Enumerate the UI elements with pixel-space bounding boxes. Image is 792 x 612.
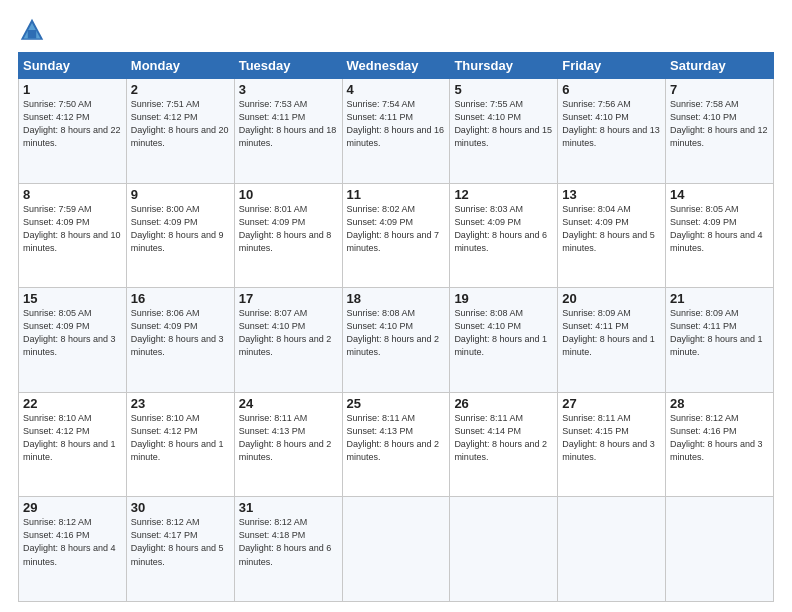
weekday-header-tuesday: Tuesday: [234, 53, 342, 79]
day-number: 18: [347, 291, 446, 306]
empty-cell: [666, 497, 774, 602]
day-number: 10: [239, 187, 338, 202]
day-cell: 18Sunrise: 8:08 AMSunset: 4:10 PMDayligh…: [342, 288, 450, 393]
empty-cell: [450, 497, 558, 602]
calendar-week-row: 1Sunrise: 7:50 AMSunset: 4:12 PMDaylight…: [19, 79, 774, 184]
day-cell: 30Sunrise: 8:12 AMSunset: 4:17 PMDayligh…: [126, 497, 234, 602]
day-number: 30: [131, 500, 230, 515]
day-number: 20: [562, 291, 661, 306]
day-cell: 23Sunrise: 8:10 AMSunset: 4:12 PMDayligh…: [126, 392, 234, 497]
day-info: Sunrise: 8:04 AMSunset: 4:09 PMDaylight:…: [562, 203, 661, 255]
day-info: Sunrise: 7:56 AMSunset: 4:10 PMDaylight:…: [562, 98, 661, 150]
header: [18, 16, 774, 44]
day-number: 7: [670, 82, 769, 97]
day-cell: 15Sunrise: 8:05 AMSunset: 4:09 PMDayligh…: [19, 288, 127, 393]
day-info: Sunrise: 8:12 AMSunset: 4:17 PMDaylight:…: [131, 516, 230, 568]
day-cell: 14Sunrise: 8:05 AMSunset: 4:09 PMDayligh…: [666, 183, 774, 288]
day-cell: 22Sunrise: 8:10 AMSunset: 4:12 PMDayligh…: [19, 392, 127, 497]
day-info: Sunrise: 8:05 AMSunset: 4:09 PMDaylight:…: [670, 203, 769, 255]
day-info: Sunrise: 8:10 AMSunset: 4:12 PMDaylight:…: [131, 412, 230, 464]
calendar-table: SundayMondayTuesdayWednesdayThursdayFrid…: [18, 52, 774, 602]
day-info: Sunrise: 8:08 AMSunset: 4:10 PMDaylight:…: [454, 307, 553, 359]
day-number: 6: [562, 82, 661, 97]
day-info: Sunrise: 8:05 AMSunset: 4:09 PMDaylight:…: [23, 307, 122, 359]
day-number: 31: [239, 500, 338, 515]
day-info: Sunrise: 7:59 AMSunset: 4:09 PMDaylight:…: [23, 203, 122, 255]
weekday-header-sunday: Sunday: [19, 53, 127, 79]
day-number: 8: [23, 187, 122, 202]
day-number: 28: [670, 396, 769, 411]
empty-cell: [342, 497, 450, 602]
day-cell: 28Sunrise: 8:12 AMSunset: 4:16 PMDayligh…: [666, 392, 774, 497]
day-cell: 16Sunrise: 8:06 AMSunset: 4:09 PMDayligh…: [126, 288, 234, 393]
day-cell: 31Sunrise: 8:12 AMSunset: 4:18 PMDayligh…: [234, 497, 342, 602]
day-number: 4: [347, 82, 446, 97]
day-cell: 11Sunrise: 8:02 AMSunset: 4:09 PMDayligh…: [342, 183, 450, 288]
day-number: 17: [239, 291, 338, 306]
day-number: 15: [23, 291, 122, 306]
weekday-header-friday: Friday: [558, 53, 666, 79]
day-info: Sunrise: 8:09 AMSunset: 4:11 PMDaylight:…: [562, 307, 661, 359]
day-cell: 10Sunrise: 8:01 AMSunset: 4:09 PMDayligh…: [234, 183, 342, 288]
day-cell: 7Sunrise: 7:58 AMSunset: 4:10 PMDaylight…: [666, 79, 774, 184]
page: SundayMondayTuesdayWednesdayThursdayFrid…: [0, 0, 792, 612]
day-info: Sunrise: 8:12 AMSunset: 4:16 PMDaylight:…: [670, 412, 769, 464]
day-info: Sunrise: 7:50 AMSunset: 4:12 PMDaylight:…: [23, 98, 122, 150]
day-number: 22: [23, 396, 122, 411]
day-info: Sunrise: 7:55 AMSunset: 4:10 PMDaylight:…: [454, 98, 553, 150]
day-info: Sunrise: 8:12 AMSunset: 4:16 PMDaylight:…: [23, 516, 122, 568]
day-info: Sunrise: 8:11 AMSunset: 4:13 PMDaylight:…: [347, 412, 446, 464]
day-info: Sunrise: 8:01 AMSunset: 4:09 PMDaylight:…: [239, 203, 338, 255]
day-cell: 26Sunrise: 8:11 AMSunset: 4:14 PMDayligh…: [450, 392, 558, 497]
day-info: Sunrise: 7:53 AMSunset: 4:11 PMDaylight:…: [239, 98, 338, 150]
day-cell: 13Sunrise: 8:04 AMSunset: 4:09 PMDayligh…: [558, 183, 666, 288]
day-info: Sunrise: 8:00 AMSunset: 4:09 PMDaylight:…: [131, 203, 230, 255]
empty-cell: [558, 497, 666, 602]
svg-rect-2: [28, 30, 36, 38]
day-cell: 12Sunrise: 8:03 AMSunset: 4:09 PMDayligh…: [450, 183, 558, 288]
weekday-header-monday: Monday: [126, 53, 234, 79]
day-cell: 21Sunrise: 8:09 AMSunset: 4:11 PMDayligh…: [666, 288, 774, 393]
day-number: 26: [454, 396, 553, 411]
day-info: Sunrise: 7:58 AMSunset: 4:10 PMDaylight:…: [670, 98, 769, 150]
day-number: 5: [454, 82, 553, 97]
day-cell: 3Sunrise: 7:53 AMSunset: 4:11 PMDaylight…: [234, 79, 342, 184]
day-cell: 27Sunrise: 8:11 AMSunset: 4:15 PMDayligh…: [558, 392, 666, 497]
weekday-header-saturday: Saturday: [666, 53, 774, 79]
day-info: Sunrise: 8:11 AMSunset: 4:13 PMDaylight:…: [239, 412, 338, 464]
day-cell: 9Sunrise: 8:00 AMSunset: 4:09 PMDaylight…: [126, 183, 234, 288]
day-info: Sunrise: 8:02 AMSunset: 4:09 PMDaylight:…: [347, 203, 446, 255]
day-number: 14: [670, 187, 769, 202]
day-number: 16: [131, 291, 230, 306]
day-number: 1: [23, 82, 122, 97]
day-info: Sunrise: 8:12 AMSunset: 4:18 PMDaylight:…: [239, 516, 338, 568]
calendar-week-row: 22Sunrise: 8:10 AMSunset: 4:12 PMDayligh…: [19, 392, 774, 497]
day-info: Sunrise: 8:07 AMSunset: 4:10 PMDaylight:…: [239, 307, 338, 359]
day-info: Sunrise: 8:08 AMSunset: 4:10 PMDaylight:…: [347, 307, 446, 359]
day-number: 12: [454, 187, 553, 202]
day-cell: 29Sunrise: 8:12 AMSunset: 4:16 PMDayligh…: [19, 497, 127, 602]
day-number: 2: [131, 82, 230, 97]
day-cell: 5Sunrise: 7:55 AMSunset: 4:10 PMDaylight…: [450, 79, 558, 184]
day-number: 25: [347, 396, 446, 411]
day-cell: 8Sunrise: 7:59 AMSunset: 4:09 PMDaylight…: [19, 183, 127, 288]
weekday-header-thursday: Thursday: [450, 53, 558, 79]
day-info: Sunrise: 8:11 AMSunset: 4:15 PMDaylight:…: [562, 412, 661, 464]
day-cell: 6Sunrise: 7:56 AMSunset: 4:10 PMDaylight…: [558, 79, 666, 184]
day-info: Sunrise: 8:10 AMSunset: 4:12 PMDaylight:…: [23, 412, 122, 464]
logo-icon: [18, 16, 46, 44]
calendar-week-row: 29Sunrise: 8:12 AMSunset: 4:16 PMDayligh…: [19, 497, 774, 602]
day-cell: 25Sunrise: 8:11 AMSunset: 4:13 PMDayligh…: [342, 392, 450, 497]
day-cell: 19Sunrise: 8:08 AMSunset: 4:10 PMDayligh…: [450, 288, 558, 393]
day-info: Sunrise: 8:06 AMSunset: 4:09 PMDaylight:…: [131, 307, 230, 359]
day-cell: 20Sunrise: 8:09 AMSunset: 4:11 PMDayligh…: [558, 288, 666, 393]
day-number: 27: [562, 396, 661, 411]
day-info: Sunrise: 8:09 AMSunset: 4:11 PMDaylight:…: [670, 307, 769, 359]
day-number: 13: [562, 187, 661, 202]
day-cell: 24Sunrise: 8:11 AMSunset: 4:13 PMDayligh…: [234, 392, 342, 497]
day-number: 11: [347, 187, 446, 202]
day-number: 24: [239, 396, 338, 411]
calendar-week-row: 15Sunrise: 8:05 AMSunset: 4:09 PMDayligh…: [19, 288, 774, 393]
day-info: Sunrise: 8:11 AMSunset: 4:14 PMDaylight:…: [454, 412, 553, 464]
weekday-header-row: SundayMondayTuesdayWednesdayThursdayFrid…: [19, 53, 774, 79]
